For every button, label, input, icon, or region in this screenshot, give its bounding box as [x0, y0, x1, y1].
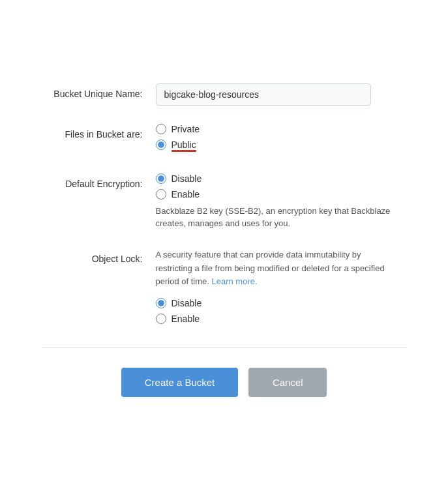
radio-lock-enable-input[interactable] [156, 314, 166, 324]
files-label: Files in Bucket are: [42, 124, 156, 140]
radio-lock-disable[interactable]: Disable [156, 298, 407, 308]
radio-enc-enable-label: Enable [172, 189, 200, 199]
radio-public-input[interactable] [156, 140, 166, 150]
files-options-field: Private Public [156, 124, 407, 155]
bucket-name-row: Bucket Unique Name: [42, 83, 407, 106]
public-label-wrapper: Public [172, 140, 196, 150]
radio-enc-disable-label: Disable [172, 173, 202, 184]
radio-lock-enable[interactable]: Enable [156, 314, 407, 324]
object-lock-description: A security feature that can provide data… [156, 248, 397, 289]
radio-lock-disable-label: Disable [172, 298, 202, 308]
radio-private-input[interactable] [156, 124, 166, 134]
object-lock-description-text: A security feature that can provide data… [156, 250, 385, 287]
radio-enc-enable-input[interactable] [156, 189, 166, 199]
encryption-options: Disable Enable [156, 173, 407, 199]
bucket-name-label: Bucket Unique Name: [42, 83, 156, 99]
files-in-bucket-row: Files in Bucket are: Private Public [42, 124, 407, 155]
divider [42, 347, 407, 348]
object-lock-label: Object Lock: [42, 248, 156, 264]
create-bucket-button[interactable]: Create a Bucket [121, 368, 239, 397]
cancel-button[interactable]: Cancel [248, 368, 327, 397]
radio-public-label: Public [172, 140, 196, 150]
encryption-row: Default Encryption: Disable Enable Backb… [42, 173, 407, 230]
learn-more-link[interactable]: Learn more. [212, 276, 258, 286]
create-bucket-form: Bucket Unique Name: Files in Bucket are:… [16, 64, 433, 423]
radio-private[interactable]: Private [156, 124, 407, 134]
radio-private-label: Private [172, 124, 200, 134]
public-underline [172, 150, 196, 152]
radio-enc-enable[interactable]: Enable [156, 189, 407, 199]
object-lock-field: A security feature that can provide data… [156, 248, 407, 329]
object-lock-row: Object Lock: A security feature that can… [42, 248, 407, 329]
radio-enc-disable[interactable]: Disable [156, 173, 407, 184]
button-row: Create a Bucket Cancel [42, 368, 407, 397]
radio-public[interactable]: Public [156, 140, 407, 150]
encryption-label: Default Encryption: [42, 173, 156, 189]
encryption-description: Backblaze B2 key (SSE-B2), an encryption… [156, 205, 397, 230]
bucket-name-input[interactable] [156, 83, 371, 106]
radio-lock-enable-label: Enable [172, 314, 200, 324]
bucket-name-field [156, 83, 407, 106]
encryption-field: Disable Enable Backblaze B2 key (SSE-B2)… [156, 173, 407, 230]
radio-lock-disable-input[interactable] [156, 298, 166, 308]
radio-enc-disable-input[interactable] [156, 173, 166, 184]
